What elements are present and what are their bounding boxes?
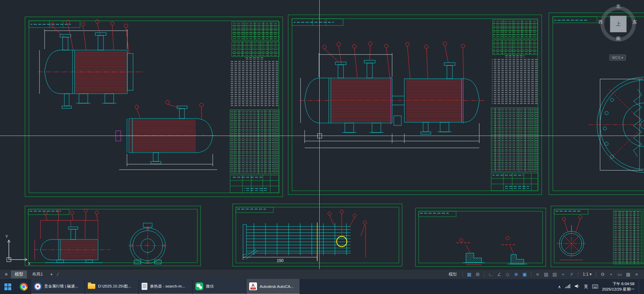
ui-layout-icon[interactable]: ▦ <box>624 272 632 277</box>
wechat-icon <box>195 282 203 290</box>
statusbar: ≡ 模型 布局1 + ∕ 模型 ▦ ⊞ ∟ ∠ ◇ ⊕ ▣ ≡ ▨ ▤ + ⚡ … <box>0 269 644 279</box>
taskbar-app-label: 微信 <box>206 284 214 289</box>
ortho-icon[interactable]: ∟ <box>487 272 495 277</box>
isodraft-icon[interactable]: ◇ <box>504 272 512 277</box>
view-cube-west-label[interactable]: 西 <box>598 19 603 25</box>
dynamic-input-icon[interactable]: + <box>559 272 567 277</box>
annotation-monitor-icon[interactable]: ⚡ <box>568 272 576 277</box>
hardware-graphics-icon[interactable]: ▭ <box>616 272 624 277</box>
finance-app-icon <box>34 283 42 290</box>
annotation-scale-control[interactable]: 1:1 ▾ <box>581 272 594 277</box>
grid-icon[interactable]: ▦ <box>465 272 473 277</box>
taskbar-app-wechat[interactable]: 微信 <box>193 279 246 294</box>
view-cube-east-label[interactable]: 东 <box>632 19 637 25</box>
model-space-button[interactable]: 模型 <box>445 272 460 277</box>
taskbar-app-label: Autodesk AutoCA... <box>260 284 294 289</box>
tab-model[interactable]: 模型 <box>11 270 27 278</box>
layout-menu-icon[interactable]: ≡ <box>3 272 10 277</box>
clock-time: 下午 6:04:58 <box>602 281 634 287</box>
drawing-sheet-g[interactable] <box>550 205 644 267</box>
start-button[interactable] <box>0 279 16 294</box>
tab-layout1[interactable]: 布局1 <box>28 270 47 278</box>
taskbar-app-label: 贵金属行情 | 融通... <box>44 284 78 289</box>
drawing-sheet-e[interactable]: 150 <box>232 203 403 267</box>
ucs-icon: Y X <box>3 234 31 268</box>
drawing-sheet-f[interactable] <box>415 207 546 267</box>
ime-language-indicator[interactable]: 英 <box>584 284 588 290</box>
dimension-150-label: 150 <box>277 258 284 263</box>
statusbar-divider <box>578 272 578 277</box>
annotation-add-icon[interactable]: + <box>607 272 615 277</box>
chrome-icon <box>20 283 28 291</box>
statusbar-divider <box>484 272 484 277</box>
touch-keyboard-icon[interactable] <box>592 284 598 290</box>
crosshair-horizontal <box>0 136 644 136</box>
osnap-icon[interactable]: ▣ <box>521 272 529 277</box>
transparency-icon[interactable]: ▨ <box>542 272 550 277</box>
taskbar-app-search[interactable]: 换热器 - search-m... <box>139 279 192 294</box>
statusbar-divider <box>463 272 463 277</box>
wcs-dropdown[interactable]: WCS ▾ <box>609 55 626 61</box>
show-desktop-button[interactable] <box>639 279 641 294</box>
taskbar-app-finance[interactable]: 贵金属行情 | 融通... <box>31 279 84 294</box>
crosshair-pickbox <box>317 134 322 138</box>
view-cube[interactable]: 上 北 东 南 西 <box>600 5 637 46</box>
windows-logo-icon <box>4 283 11 290</box>
ucs-y-label: Y <box>5 234 8 238</box>
taskbar-app-autocad[interactable]: A CAD Autodesk AutoCA... <box>246 279 300 294</box>
autocad-desktop: 150 <box>0 0 644 294</box>
view-cube-south-label[interactable]: 南 <box>616 35 621 42</box>
statusbar-divider <box>531 272 531 277</box>
workspace-gear-icon[interactable]: ⚙ <box>599 272 607 277</box>
new-layout-button[interactable]: + <box>48 272 55 277</box>
taskbar-clock[interactable]: 下午 6:04:58 2025/12/29 星期一 <box>602 281 634 292</box>
drawing-sheet-a[interactable] <box>25 16 283 197</box>
taskbar-app-label: D:\2025.10.25\图... <box>98 284 131 289</box>
autocad-icon: A CAD <box>249 282 257 290</box>
document-icon <box>142 283 147 290</box>
layout-slash-icon: ∕ <box>56 272 60 277</box>
clock-date: 2025/12/29 星期一 <box>602 287 634 292</box>
selection-cycling-icon[interactable]: ▤ <box>551 272 559 277</box>
windows-taskbar: 贵金属行情 | 融通... D:\2025.10.25\图... 换热器 - s… <box>0 279 644 294</box>
snap-icon[interactable]: ⊞ <box>474 272 482 277</box>
polar-tracking-icon[interactable]: ∠ <box>495 272 503 277</box>
drawing-sheet-d[interactable] <box>25 205 201 266</box>
ucs-x-label: X <box>28 262 31 266</box>
osnap-tracking-icon[interactable]: ⊕ <box>512 272 520 277</box>
volume-icon[interactable] <box>575 284 580 290</box>
view-cube-top-face[interactable]: 上 <box>610 16 627 32</box>
statusbar-divider <box>596 272 596 277</box>
drawing-sheet-b[interactable] <box>288 14 542 195</box>
tray-chevron-icon[interactable]: ∧ <box>558 284 561 289</box>
customize-icon[interactable]: ≡ <box>633 272 641 277</box>
system-tray: ∧ 英 下午 6:04:58 2025/12/29 星期一 <box>558 279 644 294</box>
taskbar-app-explorer[interactable]: D:\2025.10.25\图... <box>85 279 138 294</box>
taskbar-app-label: 换热器 - search-m... <box>150 284 185 289</box>
view-cube-north-label[interactable]: 北 <box>616 3 621 10</box>
lineweight-icon[interactable]: ≡ <box>534 272 542 277</box>
folder-icon <box>88 284 95 289</box>
network-icon[interactable] <box>565 284 570 290</box>
browser-pinned-button[interactable] <box>16 279 31 294</box>
